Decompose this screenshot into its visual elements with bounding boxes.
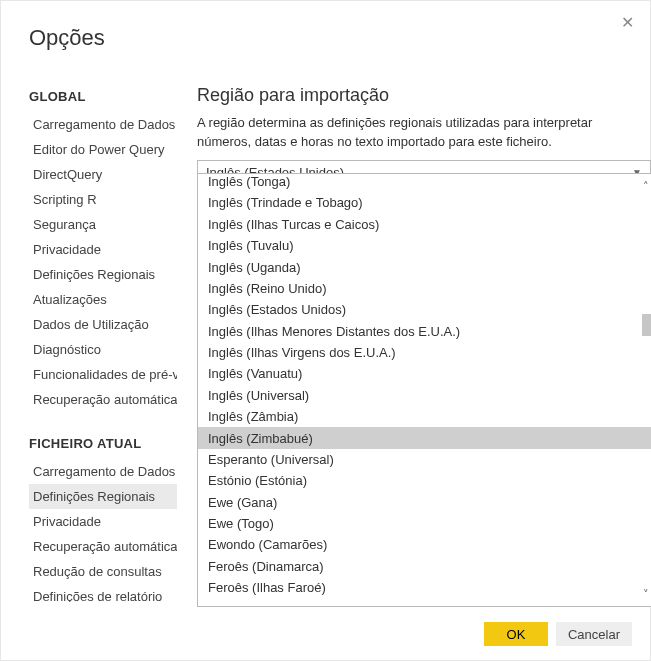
- dropdown-item-5[interactable]: Inglês (Estados Unidos): [198, 299, 651, 320]
- dropdown-item-3[interactable]: Inglês (Uganda): [198, 256, 651, 277]
- dropdown-item-9[interactable]: Inglês (Universal): [198, 385, 651, 406]
- dialog-title: Opções: [1, 1, 650, 51]
- dropdown-item-15[interactable]: Ewe (Togo): [198, 513, 651, 534]
- dropdown-item-18[interactable]: Feroês (Ilhas Faroé): [198, 577, 651, 598]
- sidebar-item-file-0[interactable]: Carregamento de Dados: [29, 459, 177, 484]
- main-panel: Região para importação A região determin…: [197, 75, 651, 602]
- dropdown-item-13[interactable]: Estónio (Estónia): [198, 470, 651, 491]
- scroll-up-arrow-icon[interactable]: ˄: [638, 178, 651, 194]
- dropdown-item-2[interactable]: Inglês (Tuvalu): [198, 235, 651, 256]
- options-dialog: ✕ Opções GLOBAL Carregamento de DadosEdi…: [0, 0, 651, 661]
- dropdown-item-0[interactable]: Inglês (Trindade e Tobago): [198, 192, 651, 213]
- dropdown-item-11[interactable]: Inglês (Zimbabué): [198, 427, 651, 448]
- dialog-body: GLOBAL Carregamento de DadosEditor do Po…: [29, 75, 640, 602]
- locale-dropdown[interactable]: Inglês (Tonga)Inglês (Trindade e Tobago)…: [197, 173, 651, 607]
- sidebar-header-global: GLOBAL: [29, 89, 177, 104]
- dropdown-item-12[interactable]: Esperanto (Universal): [198, 449, 651, 470]
- sidebar-item-global-4[interactable]: Segurança: [29, 212, 177, 237]
- sidebar-item-global-6[interactable]: Definições Regionais: [29, 262, 177, 287]
- dropdown-item-7[interactable]: Inglês (Ilhas Virgens dos E.U.A.): [198, 342, 651, 363]
- dropdown-item-4[interactable]: Inglês (Reino Unido): [198, 278, 651, 299]
- section-description: A região determina as definições regiona…: [197, 114, 637, 152]
- scroll-down-arrow-icon[interactable]: ˅: [638, 586, 651, 602]
- sidebar-item-global-0[interactable]: Carregamento de Dados: [29, 112, 177, 137]
- sidebar-item-global-10[interactable]: Funcionalidades de pré-visualização: [29, 362, 177, 387]
- sidebar-header-file: FICHEIRO ATUAL: [29, 436, 177, 451]
- section-title: Região para importação: [197, 85, 651, 106]
- dropdown-item-partial[interactable]: Inglês (Tonga): [198, 174, 651, 192]
- cancel-button[interactable]: Cancelar: [556, 622, 632, 646]
- sidebar-item-global-8[interactable]: Dados de Utilização: [29, 312, 177, 337]
- sidebar-item-global-5[interactable]: Privacidade: [29, 237, 177, 262]
- sidebar-item-file-2[interactable]: Privacidade: [29, 509, 177, 534]
- dropdown-item-14[interactable]: Ewe (Gana): [198, 491, 651, 512]
- close-icon[interactable]: ✕: [621, 13, 634, 32]
- sidebar-item-global-11[interactable]: Recuperação automática: [29, 387, 177, 412]
- sidebar-item-file-5[interactable]: Definições de relatório: [29, 584, 177, 602]
- sidebar-item-file-3[interactable]: Recuperação automática: [29, 534, 177, 559]
- dropdown-item-6[interactable]: Inglês (Ilhas Menores Distantes dos E.U.…: [198, 320, 651, 341]
- dropdown-item-16[interactable]: Ewondo (Camarões): [198, 534, 651, 555]
- dropdown-item-8[interactable]: Inglês (Vanuatu): [198, 363, 651, 384]
- sidebar-item-global-3[interactable]: Scripting R: [29, 187, 177, 212]
- sidebar: GLOBAL Carregamento de DadosEditor do Po…: [29, 75, 177, 602]
- sidebar-item-global-1[interactable]: Editor do Power Query: [29, 137, 177, 162]
- dropdown-item-17[interactable]: Feroês (Dinamarca): [198, 556, 651, 577]
- sidebar-item-global-7[interactable]: Atualizações: [29, 287, 177, 312]
- sidebar-item-global-2[interactable]: DirectQuery: [29, 162, 177, 187]
- dropdown-item-10[interactable]: Inglês (Zâmbia): [198, 406, 651, 427]
- sidebar-item-global-9[interactable]: Diagnóstico: [29, 337, 177, 362]
- sidebar-item-file-4[interactable]: Redução de consultas: [29, 559, 177, 584]
- sidebar-item-file-1[interactable]: Definições Regionais: [29, 484, 177, 509]
- dropdown-item-1[interactable]: Inglês (Ilhas Turcas e Caicos): [198, 214, 651, 235]
- dialog-footer: OK Cancelar: [484, 622, 632, 646]
- ok-button[interactable]: OK: [484, 622, 548, 646]
- scroll-thumb[interactable]: [642, 314, 651, 336]
- dropdown-scrollbar[interactable]: ˄ ˅: [638, 178, 651, 602]
